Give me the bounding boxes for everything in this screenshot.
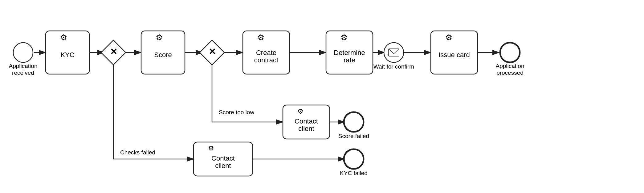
- contact-client-score-label-2: client: [298, 125, 314, 132]
- contact-client-kyc-label-1: Contact: [211, 154, 235, 162]
- determine-rate-gear-icon: ⚙: [340, 33, 348, 42]
- end-event-kyc-failed: [344, 149, 364, 169]
- end-event-main: [500, 43, 520, 62]
- create-contract-label-1: Create: [256, 49, 276, 57]
- determine-rate-label-2: rate: [344, 56, 355, 64]
- contact-client-kyc-label-2: client: [215, 162, 231, 170]
- start-event: [13, 43, 33, 62]
- create-contract-gear-icon: ⚙: [257, 33, 264, 42]
- end-event-main-label-2: processed: [496, 69, 524, 76]
- wait-confirm-envelope: [389, 49, 399, 56]
- end-event-score-failed: [344, 112, 364, 132]
- score-gear-icon: ⚙: [156, 33, 163, 42]
- gateway1-label: ✕: [110, 47, 117, 57]
- start-event-label-1: Application: [9, 63, 38, 69]
- checks-failed-label: Checks failed: [120, 149, 155, 156]
- start-event-label-2: received: [12, 69, 34, 76]
- determine-rate-label-1: Determine: [334, 49, 365, 57]
- arrow-gw1-contact-kyc: [113, 65, 194, 159]
- contact-client-score-label-1: Contact: [295, 117, 318, 125]
- gateway2-label: ✕: [209, 47, 216, 57]
- score-task-label: Score: [154, 51, 172, 59]
- wait-confirm-label-1: Wait for confirm: [373, 63, 414, 70]
- contact-client-score-gear-icon: ⚙: [297, 107, 304, 115]
- issue-card-label: Issue card: [438, 51, 470, 59]
- contact-client-kyc-gear-icon: ⚙: [208, 145, 214, 152]
- end-event-main-label-1: Application: [496, 63, 524, 69]
- end-event-kyc-failed-label: KYC failed: [340, 170, 368, 176]
- kyc-gear-icon: ⚙: [60, 33, 67, 42]
- end-event-score-failed-label-1: Score failed: [338, 133, 369, 139]
- kyc-task-label: KYC: [60, 51, 74, 59]
- bpmn-diagram: Application received ⚙ KYC ✕ ⚙ Score ✕ ⚙…: [0, 0, 644, 193]
- score-too-low-label: Score too low: [219, 109, 254, 115]
- create-contract-label-2: contract: [254, 56, 278, 64]
- issue-card-gear-icon: ⚙: [445, 33, 452, 42]
